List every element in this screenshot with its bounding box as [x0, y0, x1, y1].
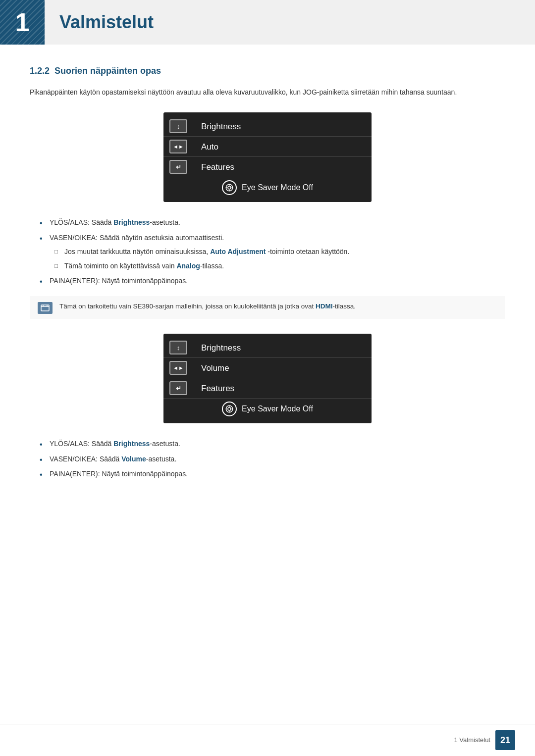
list-item: PAINA(ENTER): Näytä toimintonäppäinopas.: [40, 468, 505, 479]
menu-icon-updown-1: ↕: [163, 119, 193, 133]
menu-label-brightness-2: Brightness: [193, 342, 372, 354]
section-title: Suorien näppäinten opas: [54, 66, 161, 76]
menu-label-features-2: Features: [193, 382, 372, 395]
section-id: 1.2.2: [30, 66, 50, 76]
sub-list-1: Jos muutat tarkkuutta näytön ominaisuuks…: [54, 246, 505, 271]
bullet-list-1: YLÖS/ALAS: Säädä Brightness-asetusta. VA…: [40, 217, 505, 286]
menu-icon-leftright-2: ◄►: [163, 361, 193, 375]
footer-chapter-label: 1 Valmistelut: [454, 735, 490, 745]
menu-label-features-1: Features: [193, 161, 372, 174]
intro-text: Pikanäppäinten käytön opastamiseksi näyt…: [30, 87, 505, 98]
list-item: Tämä toiminto on käytettävissä vain Anal…: [54, 260, 505, 271]
list-item: Jos muutat tarkkuutta näytön ominaisuuks…: [54, 246, 505, 257]
chapter-title-area: Valmistelut: [45, 0, 535, 45]
menu-label-volume-2: Volume: [193, 362, 372, 375]
volume-bold: Volume: [121, 455, 146, 463]
eye-saver-label-1: Eye Saver Mode Off: [242, 182, 313, 194]
eye-saver-group-1: Eye Saver Mode Off: [222, 180, 313, 195]
menu-diagram-1: ↕ Brightness ◄► Auto ↵ Features: [163, 112, 372, 202]
menu-label-auto-1: Auto: [193, 141, 372, 153]
menu-row-features-1: ↵ Features: [163, 157, 372, 177]
note-icon: [38, 302, 53, 314]
bullet-list-2: YLÖS/ALAS: Säädä Brightness-asetusta. VA…: [40, 438, 505, 479]
svg-point-1: [228, 186, 231, 189]
menu-row-eye-saver-1: Eye Saver Mode Off: [163, 177, 372, 198]
page-header: 1 Valmistelut: [0, 0, 535, 45]
footer-page-number: 21: [495, 730, 515, 750]
list-item: VASEN/OIKEA: Säädä näytön asetuksia auto…: [40, 232, 505, 271]
menu-row-auto-1: ◄► Auto: [163, 137, 372, 157]
section-heading: 1.2.2 Suorien näppäinten opas: [30, 64, 505, 78]
hdmi-bold: HDMI: [316, 302, 333, 310]
menu-row-eye-saver-2: Eye Saver Mode Off: [163, 399, 372, 419]
menu-icon-enter-1: ↵: [163, 160, 193, 174]
brightness-bold-1: Brightness: [113, 218, 150, 226]
eye-saver-icon-1: [222, 180, 237, 195]
menu-label-brightness-1: Brightness: [193, 120, 372, 133]
eye-saver-label-2: Eye Saver Mode Off: [242, 403, 313, 415]
list-item: PAINA(ENTER): Näytä toimintonäppäinopas.: [40, 275, 505, 286]
eye-saver-group-2: Eye Saver Mode Off: [222, 402, 313, 416]
menu-row-brightness-2: ↕ Brightness: [163, 338, 372, 358]
menu-icon-updown-2: ↕: [163, 341, 193, 354]
analog-bold: Analog: [176, 262, 200, 270]
note-box: Tämä on tarkoitettu vain SE390-sarjan ma…: [30, 296, 505, 319]
eye-saver-icon-2: [222, 402, 237, 416]
auto-adjustment-bold: Auto Adjustment: [210, 248, 266, 255]
chapter-number-block: 1: [0, 0, 45, 45]
svg-rect-6: [41, 305, 49, 311]
menu-icon-enter-2: ↵: [163, 381, 193, 395]
list-item: VASEN/OIKEA: Säädä Volume-asetusta.: [40, 454, 505, 464]
menu-row-features-2: ↵ Features: [163, 378, 372, 399]
list-item: YLÖS/ALAS: Säädä Brightness-asetusta.: [40, 438, 505, 449]
brightness-bold-2: Brightness: [113, 440, 150, 448]
list-item: YLÖS/ALAS: Säädä Brightness-asetusta.: [40, 217, 505, 228]
chapter-number: 1: [15, 3, 30, 42]
menu-row-volume-2: ◄► Volume: [163, 358, 372, 378]
menu-icon-leftright-1: ◄►: [163, 140, 193, 153]
page-footer: 1 Valmistelut 21: [0, 724, 535, 756]
menu-row-brightness-1: ↕ Brightness: [163, 116, 372, 137]
menu-diagram-2: ↕ Brightness ◄► Volume ↵ Features: [163, 334, 372, 423]
svg-point-11: [228, 407, 231, 410]
note-text: Tämä on tarkoitettu vain SE390-sarjan ma…: [59, 301, 356, 312]
chapter-title: Valmistelut: [59, 9, 154, 36]
main-content: 1.2.2 Suorien näppäinten opas Pikanäppäi…: [0, 64, 535, 519]
